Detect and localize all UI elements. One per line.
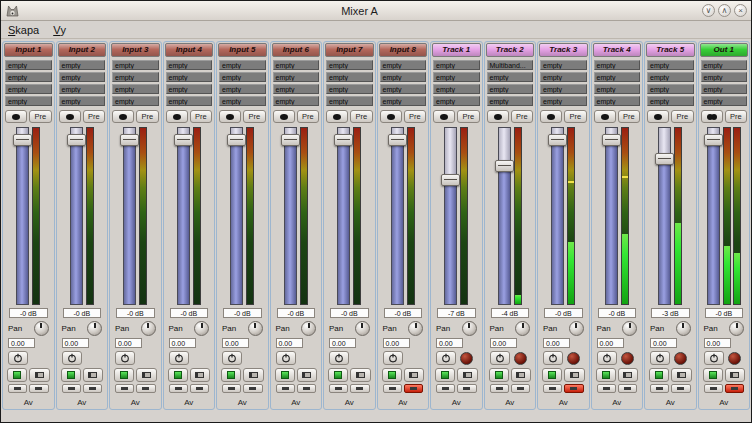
pan-knob[interactable] (248, 321, 263, 336)
effect-slot[interactable]: empty (326, 60, 373, 70)
input-route-button[interactable] (383, 384, 402, 393)
mute-button[interactable] (328, 368, 348, 382)
input-route-button[interactable] (597, 384, 616, 393)
effect-slot[interactable]: empty (166, 72, 213, 82)
solo-button[interactable] (511, 368, 531, 382)
pan-value-readout[interactable]: 0.00 (222, 338, 249, 348)
volume-fader[interactable] (16, 127, 29, 305)
volume-fader[interactable] (605, 127, 618, 305)
input-route-button[interactable] (169, 384, 188, 393)
record-button[interactable] (674, 352, 687, 365)
routing-button[interactable] (112, 110, 134, 123)
volume-fader[interactable] (707, 127, 720, 305)
solo-flag-button[interactable] (725, 384, 744, 393)
effect-slot[interactable]: empty (112, 84, 159, 94)
volume-fader[interactable] (230, 127, 243, 305)
solo-flag-button[interactable] (618, 384, 637, 393)
automation-mode[interactable]: Av (325, 396, 374, 408)
strip-title[interactable]: Input 8 (379, 43, 428, 57)
input-route-button[interactable] (436, 384, 455, 393)
pan-value-readout[interactable]: 0.00 (704, 338, 731, 348)
gain-db-readout[interactable]: -0 dB (330, 308, 369, 318)
effect-slot[interactable]: empty (540, 96, 587, 106)
effect-slot[interactable]: empty (647, 72, 694, 82)
effect-slot[interactable]: empty (647, 60, 694, 70)
solo-flag-button[interactable] (190, 384, 209, 393)
strip-title[interactable]: Track 5 (646, 43, 695, 57)
input-route-button[interactable] (329, 384, 348, 393)
gain-db-readout[interactable]: -0 dB (544, 308, 583, 318)
gain-db-readout[interactable]: -0 dB (170, 308, 209, 318)
power-button[interactable] (276, 351, 296, 365)
input-route-button[interactable] (8, 384, 27, 393)
solo-button[interactable] (404, 368, 424, 382)
pre-fader-button[interactable]: Pre (29, 110, 51, 123)
power-button[interactable] (436, 351, 456, 365)
pre-fader-button[interactable]: Pre (404, 110, 426, 123)
effect-slot[interactable]: empty (701, 72, 748, 82)
strip-title[interactable]: Input 3 (111, 43, 160, 57)
fader-handle[interactable] (602, 134, 621, 146)
power-button[interactable] (383, 351, 403, 365)
effect-slot[interactable]: empty (59, 60, 106, 70)
effect-slot[interactable]: empty (540, 60, 587, 70)
strip-title[interactable]: Track 4 (593, 43, 642, 57)
gain-db-readout[interactable]: -0 dB (9, 308, 48, 318)
minimize-button[interactable]: ∨ (702, 4, 715, 17)
effect-slot[interactable]: empty (433, 84, 480, 94)
pre-fader-button[interactable]: Pre (618, 110, 640, 123)
input-route-button[interactable] (276, 384, 295, 393)
effect-slot[interactable]: empty (701, 96, 748, 106)
volume-fader[interactable] (658, 127, 671, 305)
routing-button[interactable] (701, 110, 723, 123)
effect-slot[interactable]: empty (112, 96, 159, 106)
pan-knob[interactable] (515, 321, 530, 336)
power-button[interactable] (169, 351, 189, 365)
effect-slot[interactable]: empty (487, 72, 534, 82)
menu-vy[interactable]: Vy (46, 21, 73, 38)
pan-knob[interactable] (194, 321, 209, 336)
mute-button[interactable] (489, 368, 509, 382)
input-route-button[interactable] (490, 384, 509, 393)
pan-value-readout[interactable]: 0.00 (276, 338, 303, 348)
solo-flag-button[interactable] (136, 384, 155, 393)
automation-mode[interactable]: Av (111, 396, 160, 408)
solo-flag-button[interactable] (297, 384, 316, 393)
gain-db-readout[interactable]: -3 dB (651, 308, 690, 318)
power-button[interactable] (597, 351, 617, 365)
effect-slot[interactable]: empty (701, 60, 748, 70)
pan-value-readout[interactable]: 0.00 (62, 338, 89, 348)
mute-button[interactable] (221, 368, 241, 382)
input-route-button[interactable] (222, 384, 241, 393)
routing-button[interactable] (59, 110, 81, 123)
pan-knob[interactable] (301, 321, 316, 336)
pan-knob[interactable] (34, 321, 49, 336)
routing-button[interactable] (540, 110, 562, 123)
effect-slot[interactable]: empty (487, 96, 534, 106)
automation-mode[interactable]: Av (272, 396, 321, 408)
effect-slot[interactable]: empty (5, 72, 52, 82)
record-button[interactable] (460, 352, 473, 365)
strip-title[interactable]: Input 6 (272, 43, 321, 57)
automation-mode[interactable]: Av (379, 396, 428, 408)
effect-slot[interactable]: empty (380, 72, 427, 82)
power-button[interactable] (329, 351, 349, 365)
pan-knob[interactable] (676, 321, 691, 336)
fader-handle[interactable] (67, 134, 86, 146)
solo-flag-button[interactable] (457, 384, 476, 393)
solo-flag-button[interactable] (404, 384, 423, 393)
fader-handle[interactable] (704, 134, 723, 146)
solo-button[interactable] (190, 368, 210, 382)
mute-button[interactable] (61, 368, 81, 382)
effect-slot[interactable]: empty (433, 60, 480, 70)
record-button[interactable] (621, 352, 634, 365)
fader-handle[interactable] (227, 134, 246, 146)
routing-button[interactable] (487, 110, 509, 123)
gain-db-readout[interactable]: -0 dB (384, 308, 423, 318)
mute-button[interactable] (596, 368, 616, 382)
fader-handle[interactable] (174, 134, 193, 146)
routing-button[interactable] (326, 110, 348, 123)
pan-knob[interactable] (622, 321, 637, 336)
pan-value-readout[interactable]: 0.00 (650, 338, 677, 348)
volume-fader[interactable] (551, 127, 564, 305)
